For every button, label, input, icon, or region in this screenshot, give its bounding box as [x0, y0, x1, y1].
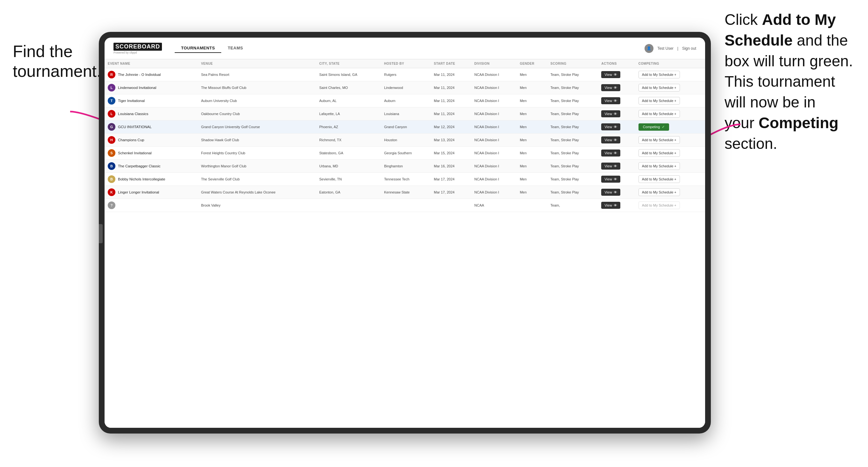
add-schedule-button[interactable]: Add to My Schedule +: [639, 175, 680, 183]
gender-cell: Men: [517, 133, 547, 147]
view-button[interactable]: View 👁: [601, 176, 620, 183]
scoring-cell: Team, Stroke Play: [547, 133, 598, 147]
gender-cell: Men: [517, 94, 547, 107]
view-button[interactable]: View 👁: [601, 150, 620, 157]
city-cell: Sevierville, TN: [316, 173, 381, 186]
view-button[interactable]: View 👁: [601, 97, 620, 104]
add-schedule-button[interactable]: Add to My Schedule +: [639, 110, 680, 118]
table-row: ? Brook Valley NCAA Team, View 👁 Add to …: [104, 199, 705, 212]
view-button[interactable]: View 👁: [601, 123, 620, 130]
date-cell: Mar 11, 2024: [431, 107, 471, 121]
view-label: View: [604, 151, 612, 155]
add-schedule-button[interactable]: Add to My Schedule +: [639, 162, 680, 170]
division-cell: NCAA Division I: [471, 94, 517, 107]
user-name: Test User: [657, 46, 674, 51]
view-button[interactable]: View 👁: [601, 110, 620, 117]
team-logo: ?: [108, 201, 115, 209]
event-name: Linger Longer Invitational: [118, 190, 159, 194]
add-schedule-button[interactable]: Add to My Schedule +: [639, 71, 680, 79]
eye-icon: 👁: [614, 99, 617, 103]
eye-icon: 👁: [614, 112, 617, 116]
event-name-cell: B The Carpetbagger Classic: [104, 160, 198, 173]
gender-cell: [517, 199, 547, 212]
event-name-cell: T Tiger Invitational: [104, 94, 198, 107]
team-logo: L: [108, 84, 115, 92]
event-name: Champions Cup: [118, 138, 144, 142]
table-row: L Lindenwood Invitational The Missouri B…: [104, 81, 705, 94]
event-name: The Johnnie - O Individual: [118, 73, 161, 76]
view-button[interactable]: View 👁: [601, 71, 620, 78]
venue-cell: Forest Heights Country Club: [198, 147, 316, 160]
table-row: K Linger Longer Invitational Great Water…: [104, 186, 705, 199]
view-label: View: [604, 99, 612, 103]
actions-cell: View 👁: [598, 94, 635, 107]
scoring-cell: Team, Stroke Play: [547, 173, 598, 186]
scoring-cell: Team, Stroke Play: [547, 68, 598, 81]
tab-teams[interactable]: TEAMS: [221, 44, 249, 53]
venue-cell: The Missouri Bluffs Golf Club: [198, 81, 316, 94]
competing-cell: Add to My Schedule +: [635, 199, 705, 212]
add-schedule-button[interactable]: Add to My Schedule +: [639, 188, 680, 196]
actions-cell: View 👁: [598, 68, 635, 81]
col-city: CITY, STATE: [316, 59, 381, 68]
division-cell: NCAA Division I: [471, 107, 517, 121]
eye-icon: 👁: [614, 125, 617, 129]
host-cell: Georgia Southern: [381, 147, 431, 160]
host-cell: Binghamton: [381, 160, 431, 173]
date-cell: Mar 11, 2024: [431, 94, 471, 107]
view-button[interactable]: View 👁: [601, 189, 620, 196]
event-name: Bobby Nichols Intercollegiate: [118, 177, 165, 181]
city-cell: Eatonton, GA: [316, 186, 381, 199]
actions-cell: View 👁: [598, 121, 635, 133]
venue-cell: Great Waters Course At Reynolds Lake Oco…: [198, 186, 316, 199]
tab-tournaments[interactable]: TOURNAMENTS: [175, 44, 221, 53]
view-label: View: [604, 138, 612, 142]
team-logo: B: [108, 175, 115, 183]
table-row: H Champions Cup Shadow Hawk Golf Club Ri…: [104, 133, 705, 147]
view-button[interactable]: View 👁: [601, 202, 620, 209]
date-cell: Mar 15, 2024: [431, 147, 471, 160]
team-logo: G: [108, 123, 115, 131]
gender-cell: Men: [517, 147, 547, 160]
competing-cell: Add to My Schedule +: [635, 160, 705, 173]
scoring-cell: Team, Stroke Play: [547, 147, 598, 160]
host-cell: Louisiana: [381, 107, 431, 121]
sign-out-link[interactable]: Sign out: [682, 46, 696, 51]
annotation-right: Click Add to MySchedule and thebox will …: [724, 9, 859, 154]
city-cell: [316, 199, 381, 212]
gender-cell: Men: [517, 107, 547, 121]
event-name: The Carpetbagger Classic: [118, 164, 161, 168]
view-button[interactable]: View 👁: [601, 162, 620, 169]
division-cell: NCAA Division I: [471, 173, 517, 186]
competing-button[interactable]: Competing ✓: [639, 123, 669, 131]
scoring-cell: Team, Stroke Play: [547, 107, 598, 121]
team-logo: K: [108, 188, 115, 196]
user-avatar: 👤: [645, 44, 653, 53]
annotation-left: Find the tournament.: [13, 41, 102, 81]
scoring-cell: Team, Stroke Play: [547, 160, 598, 173]
view-button[interactable]: View 👁: [601, 136, 620, 144]
date-cell: Mar 17, 2024: [431, 173, 471, 186]
add-schedule-button[interactable]: Add to My Schedule +: [639, 149, 680, 157]
competing-cell: Add to My Schedule +: [635, 94, 705, 107]
host-cell: Houston: [381, 133, 431, 147]
event-name: Lindenwood Invitational: [118, 86, 156, 90]
add-schedule-button[interactable]: Add to My Schedule +: [639, 97, 680, 104]
view-label: View: [604, 177, 612, 181]
actions-cell: View 👁: [598, 160, 635, 173]
add-schedule-button[interactable]: Add to My Schedule +: [639, 136, 680, 144]
add-schedule-button[interactable]: Add to My Schedule +: [639, 84, 680, 92]
host-cell: Rutgers: [381, 68, 431, 81]
col-scoring: SCORING: [547, 59, 598, 68]
view-button[interactable]: View 👁: [601, 84, 620, 91]
date-cell: Mar 13, 2024: [431, 133, 471, 147]
division-cell: NCAA Division I: [471, 68, 517, 81]
eye-icon: 👁: [614, 204, 617, 207]
city-cell: Lafayette, LA: [316, 107, 381, 121]
competing-label: Competing: [643, 125, 660, 129]
add-schedule-button[interactable]: Add to My Schedule +: [639, 201, 680, 209]
host-cell: Lindenwood: [381, 81, 431, 94]
city-cell: Saint Simons Island, GA: [316, 68, 381, 81]
sidebar-handle[interactable]: [99, 224, 103, 243]
eye-icon: 👁: [614, 73, 617, 76]
